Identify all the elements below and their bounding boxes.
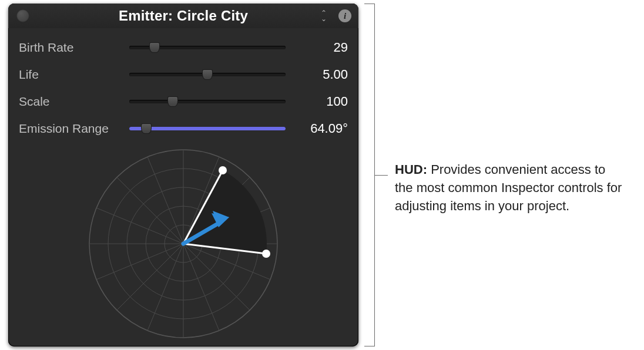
info-icon[interactable]: i xyxy=(338,9,351,22)
param-label: Scale xyxy=(19,95,120,109)
slider-thumb[interactable] xyxy=(149,42,160,53)
birth-rate-slider[interactable] xyxy=(129,41,286,55)
emission-radar-icon xyxy=(86,147,280,341)
scale-slider[interactable] xyxy=(129,95,286,109)
param-value[interactable]: 100 xyxy=(295,94,348,109)
slider-thumb[interactable] xyxy=(167,96,178,107)
param-row-scale: Scale 100 xyxy=(19,88,348,115)
callout-label: HUD: xyxy=(395,162,427,177)
chevron-down-icon: ⌄ xyxy=(321,16,327,22)
callout-text: HUD: Provides convenient access to the m… xyxy=(395,161,624,215)
object-stepper[interactable]: ⌃ ⌄ xyxy=(321,10,327,22)
param-row-emission-range: Emission Range 64.09° xyxy=(19,115,348,142)
svg-point-18 xyxy=(219,166,227,174)
slider-fill xyxy=(129,127,286,130)
callout-body: Provides convenient access to the most c… xyxy=(395,162,622,213)
param-value[interactable]: 5.00 xyxy=(295,67,348,82)
slider-thumb[interactable] xyxy=(202,69,213,80)
parameter-list: Birth Rate 29 Life 5.00 Scale 100 E xyxy=(8,28,358,142)
svg-point-19 xyxy=(262,250,270,258)
hud-header: Emitter: Circle City ⌃ ⌄ i xyxy=(8,4,358,28)
param-value[interactable]: 29 xyxy=(295,40,348,55)
life-slider[interactable] xyxy=(129,68,286,82)
param-row-birth-rate: Birth Rate 29 xyxy=(19,34,348,61)
callout-bracket xyxy=(364,4,375,346)
slider-thumb[interactable] xyxy=(141,123,152,134)
param-value[interactable]: 64.09° xyxy=(295,121,348,136)
hud-panel: Emitter: Circle City ⌃ ⌄ i Birth Rate 29… xyxy=(8,4,358,346)
hud-title: Emitter: Circle City xyxy=(119,8,248,24)
param-row-life: Life 5.00 xyxy=(19,61,348,88)
slider-track xyxy=(129,100,286,103)
param-label: Birth Rate xyxy=(19,41,120,55)
callout-tick xyxy=(375,175,388,176)
traffic-light-dot[interactable] xyxy=(16,9,29,22)
emission-angle-control[interactable] xyxy=(8,147,358,341)
param-label: Emission Range xyxy=(19,122,120,136)
param-label: Life xyxy=(19,68,120,82)
emission-range-slider[interactable] xyxy=(129,122,286,136)
